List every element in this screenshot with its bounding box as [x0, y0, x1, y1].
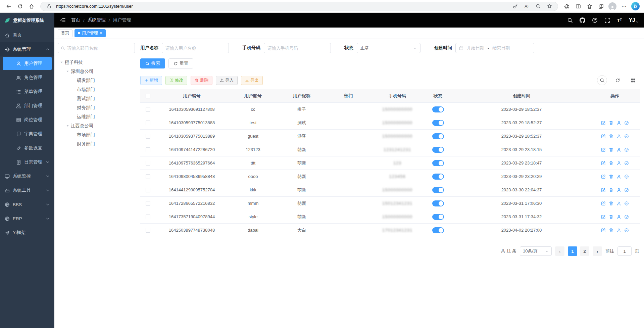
- row-reset-password-icon[interactable]: [616, 188, 621, 192]
- sidebar-item-param[interactable]: 参数设置: [0, 141, 54, 155]
- row-checkbox[interactable]: [146, 161, 150, 166]
- row-checkbox[interactable]: [146, 147, 150, 152]
- tree-node[interactable]: 测试部门: [58, 94, 135, 103]
- sidebar-item-yi[interactable]: Yi框架: [0, 226, 54, 240]
- date-range-picker[interactable]: 开始日期 - 结束日期: [455, 43, 534, 53]
- status-toggle[interactable]: [432, 106, 444, 112]
- favorites-icon[interactable]: [584, 1, 595, 11]
- row-checkbox[interactable]: [146, 188, 150, 192]
- status-toggle[interactable]: [432, 200, 444, 206]
- tree-node[interactable]: 深圳总公司: [58, 67, 135, 76]
- prev-page-button[interactable]: ‹: [555, 246, 564, 256]
- row-delete-icon[interactable]: [609, 147, 613, 152]
- status-toggle[interactable]: [432, 160, 444, 166]
- sidebar-item-dict[interactable]: 字典管理: [0, 127, 54, 141]
- page-button-1[interactable]: 1: [568, 246, 577, 256]
- font-size-icon[interactable]: TT: [617, 18, 622, 23]
- tree-caret-icon[interactable]: [66, 69, 69, 73]
- table-search-toggle-icon[interactable]: [597, 75, 607, 85]
- tree-node[interactable]: 财务部门: [58, 139, 135, 148]
- sidebar-item-tool[interactable]: 系统工具: [0, 183, 54, 197]
- row-checkbox[interactable]: [146, 134, 150, 139]
- copilot-icon[interactable]: b: [630, 1, 641, 11]
- row-assign-role-icon[interactable]: [624, 134, 629, 139]
- breadcrumb-item[interactable]: 系统管理: [88, 17, 106, 23]
- row-reset-password-icon[interactable]: [616, 134, 621, 139]
- sidebar-item-home[interactable]: 首页: [0, 28, 54, 42]
- tab[interactable]: 首页: [58, 29, 72, 37]
- browser-essentials-icon[interactable]: [561, 1, 572, 11]
- tree-node[interactable]: 财务部门: [58, 103, 135, 112]
- row-checkbox[interactable]: [146, 215, 150, 219]
- phone-input[interactable]: [264, 43, 331, 53]
- sidebar-item-user[interactable]: 用户管理: [3, 57, 52, 70]
- row-edit-icon[interactable]: [601, 174, 606, 179]
- tree-caret-icon[interactable]: [60, 60, 63, 64]
- browser-back-icon[interactable]: [3, 1, 14, 11]
- row-edit-icon[interactable]: [601, 147, 606, 152]
- sidebar-item-role[interactable]: 角色管理: [0, 71, 54, 85]
- row-edit-icon[interactable]: [601, 215, 606, 219]
- row-edit-icon[interactable]: [601, 121, 606, 125]
- tree-node[interactable]: 市场部门: [58, 130, 135, 139]
- sidebar-item-post[interactable]: 岗位管理: [0, 113, 54, 127]
- read-aloud-icon[interactable]: A): [522, 2, 531, 10]
- row-assign-role-icon[interactable]: [624, 201, 629, 206]
- row-checkbox[interactable]: [146, 201, 150, 206]
- row-assign-role-icon[interactable]: [624, 188, 629, 192]
- export-button[interactable]: 导出: [241, 76, 263, 85]
- row-reset-password-icon[interactable]: [616, 201, 621, 206]
- sidebar-item-menu[interactable]: 菜单管理: [0, 85, 54, 99]
- row-delete-icon[interactable]: [609, 215, 613, 219]
- app-logo[interactable]: 意框架管理系统: [0, 13, 54, 28]
- row-delete-icon[interactable]: [609, 134, 613, 139]
- row-reset-password-icon[interactable]: [616, 174, 621, 179]
- row-edit-icon[interactable]: [601, 201, 606, 206]
- next-page-button[interactable]: ›: [593, 246, 602, 256]
- row-checkbox[interactable]: [146, 228, 150, 233]
- collections-icon[interactable]: [596, 1, 606, 11]
- help-icon[interactable]: [592, 17, 598, 23]
- row-edit-icon[interactable]: [601, 188, 606, 192]
- browser-url-bar[interactable]: https://ccnetcore.com:1101/system/user A…: [40, 2, 558, 11]
- status-toggle[interactable]: [432, 174, 444, 180]
- add-button[interactable]: 新增: [140, 76, 162, 85]
- row-assign-role-icon[interactable]: [624, 215, 629, 219]
- status-toggle[interactable]: [432, 227, 444, 233]
- row-edit-icon[interactable]: [601, 134, 606, 139]
- password-key-icon[interactable]: [511, 2, 519, 10]
- browser-home-icon[interactable]: [26, 1, 37, 11]
- row-reset-password-icon[interactable]: [616, 228, 621, 233]
- row-delete-icon[interactable]: [609, 228, 613, 233]
- search-button[interactable]: 搜索: [140, 58, 165, 68]
- tab[interactable]: 用户管理 ×: [75, 29, 106, 37]
- row-edit-icon[interactable]: [601, 228, 606, 233]
- status-toggle[interactable]: [432, 133, 444, 139]
- row-checkbox[interactable]: [146, 107, 150, 112]
- add-favorite-icon[interactable]: [545, 2, 554, 10]
- goto-page-input[interactable]: [617, 246, 632, 256]
- row-reset-password-icon[interactable]: [616, 215, 621, 219]
- sidebar-item-monitor[interactable]: 系统监控: [0, 169, 54, 183]
- browser-refresh-icon[interactable]: [15, 1, 26, 11]
- page-button-2[interactable]: 2: [580, 246, 589, 256]
- department-search-input[interactable]: [67, 46, 132, 51]
- profile-avatar[interactable]: [607, 1, 618, 11]
- sidebar-item-erp[interactable]: ERP: [0, 212, 54, 226]
- row-delete-icon[interactable]: [609, 201, 613, 206]
- tab-close-icon[interactable]: ×: [100, 31, 102, 35]
- page-size-select[interactable]: 10条/页: [520, 246, 552, 256]
- user-avatar[interactable]: YJ: [629, 17, 639, 24]
- status-toggle[interactable]: [432, 120, 444, 126]
- sidebar-item-system[interactable]: 系统管理: [0, 42, 54, 56]
- table-refresh-icon[interactable]: [612, 75, 623, 85]
- tree-node[interactable]: 市场部门: [58, 85, 135, 94]
- edit-button[interactable]: 修改: [165, 76, 187, 85]
- reset-button[interactable]: 重置: [168, 58, 193, 68]
- sidebar-item-log[interactable]: 日志管理: [0, 155, 54, 169]
- delete-button[interactable]: 删除: [191, 76, 212, 85]
- row-assign-role-icon[interactable]: [624, 147, 629, 152]
- status-toggle[interactable]: [432, 187, 444, 193]
- status-toggle[interactable]: [432, 147, 444, 153]
- browser-more-icon[interactable]: ⋯: [618, 1, 629, 11]
